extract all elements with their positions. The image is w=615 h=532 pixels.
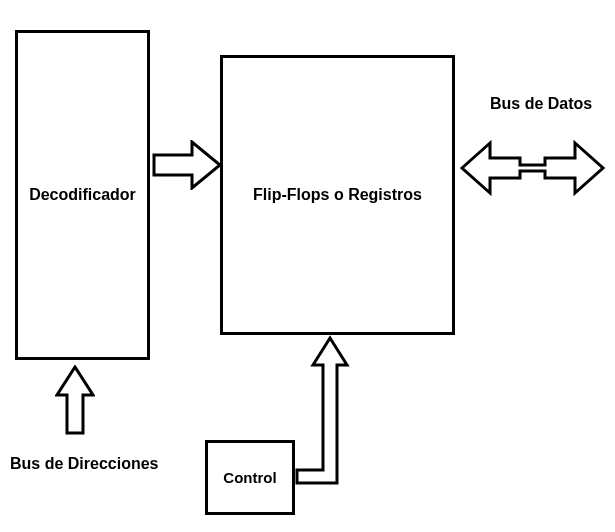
label-bus-datos: Bus de Datos [490,95,592,113]
arrow-flipflops-busdatos-icon [460,138,605,198]
label-bus-direcciones: Bus de Direcciones [10,455,159,473]
block-flipflops-label: Flip-Flops o Registros [253,186,422,204]
block-decodificador: Decodificador [15,30,150,360]
arrow-decodificador-to-flipflops-icon [152,140,222,190]
block-decodificador-label: Decodificador [29,186,136,204]
block-control: Control [205,440,295,515]
block-flipflops: Flip-Flops o Registros [220,55,455,335]
block-control-label: Control [223,469,276,486]
arrow-control-to-flipflops-icon [295,335,365,485]
arrow-busdirecciones-to-decodificador-icon [55,365,95,435]
